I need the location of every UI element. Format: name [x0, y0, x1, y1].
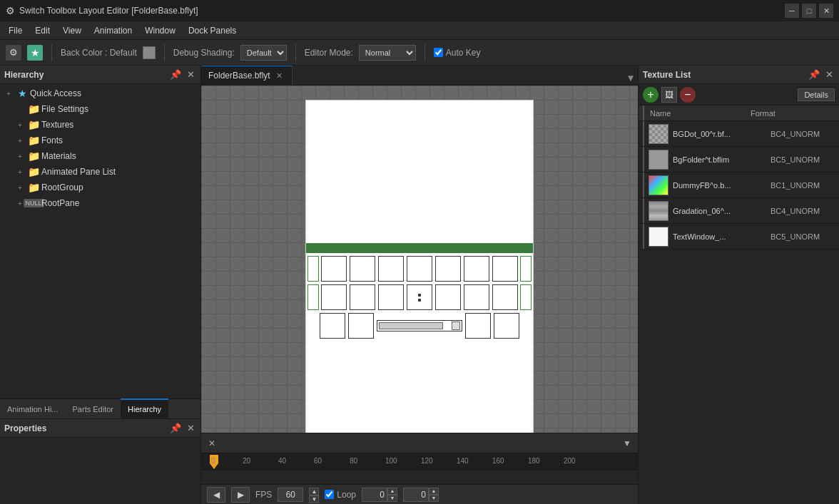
tree-item-textures[interactable]: + 📁 Textures [0, 117, 200, 133]
timeline-dropdown-button[interactable]: ▼ [621, 437, 634, 450]
ui-box-1-2 [350, 256, 375, 282]
end-input-wrap: ▲ ▼ [403, 488, 439, 502]
hierarchy-pin-button[interactable]: 📌 [168, 69, 183, 80]
ruler-mark-40: 40 [278, 457, 286, 465]
hierarchy-header: Hierarchy 📌 ✕ [0, 66, 200, 84]
timeline-close-button[interactable]: ✕ [205, 437, 218, 450]
textures-expander[interactable]: + [14, 119, 26, 130]
file-tab-folderbase[interactable]: FolderBase.bflyt ✕ [201, 66, 293, 85]
ruler-mark-60: 60 [314, 457, 322, 465]
texture-delete-button[interactable]: − [680, 87, 696, 103]
timeline-track[interactable] [201, 470, 638, 484]
properties-pin-button[interactable]: 📌 [168, 423, 183, 433]
menubar: File Edit View Animation Window Dock Pan… [0, 21, 839, 40]
texture-list-close-button[interactable]: ✕ [824, 69, 835, 80]
folder-icon-animated-pane: 📁 [27, 165, 40, 178]
quick-access-expander[interactable]: + [3, 88, 14, 99]
properties-controls: 📌 ✕ [168, 423, 196, 433]
dot-2 [418, 299, 421, 302]
layout-canvas[interactable]: □ [305, 100, 534, 433]
frame-spinner: ▲ ▼ [387, 488, 397, 502]
tab-bar: FolderBase.bflyt ✕ ▼ [201, 66, 638, 86]
tree-item-fonts[interactable]: + 📁 Fonts [0, 133, 200, 148]
texture-row-4[interactable]: TextWindow_... BC5_UNORM [639, 224, 839, 250]
loop-checkbox[interactable] [325, 490, 334, 499]
file-tab-close[interactable]: ✕ [275, 71, 285, 81]
texture-row-1[interactable]: BgFolder^t.bflim BC5_UNORM [639, 147, 839, 173]
side-left-2 [307, 284, 319, 310]
toolbar-icon-star[interactable]: ★ [27, 45, 43, 61]
file-settings-expander[interactable] [14, 103, 26, 115]
loop-wrap: Loop [325, 490, 356, 500]
texture-list-scroll[interactable]: BGDot_00^r.bf... BC4_UNORM BgFolder^t.bf… [639, 121, 839, 504]
tree-item-quick-access[interactable]: + ★ Quick Access [0, 86, 200, 101]
back-color-swatch[interactable] [143, 46, 156, 59]
animated-pane-expander[interactable]: + [14, 166, 26, 178]
tree-item-file-settings[interactable]: 📁 File Settings [0, 101, 200, 117]
close-button[interactable]: ✕ [819, 4, 833, 18]
maximize-button[interactable]: □ [802, 4, 816, 18]
play-fwd-button[interactable]: ▶ [231, 487, 250, 503]
frame-spin-down[interactable]: ▼ [387, 495, 397, 502]
texture-image-button[interactable]: 🖼 [661, 87, 677, 103]
toolbar-icon-1[interactable]: ⚙ [6, 45, 21, 61]
tab-hierarchy[interactable]: Hierarchy [121, 398, 168, 418]
tex-thumb-4 [649, 227, 668, 247]
editor-mode-select[interactable]: Normal [359, 45, 416, 61]
fps-label: FPS [255, 490, 272, 500]
file-tab-label: FolderBase.bflyt [208, 71, 270, 81]
minimize-button[interactable]: ─ [785, 4, 799, 18]
ruler-mark-200: 200 [564, 457, 576, 465]
menu-window[interactable]: Window [139, 24, 181, 38]
end-spin-up[interactable]: ▲ [429, 488, 439, 495]
toolbar: ⚙ ★ Back Color : Default Debug Shading: … [0, 40, 839, 66]
ruler-mark-180: 180 [528, 457, 540, 465]
frame-spin-up[interactable]: ▲ [387, 488, 397, 495]
auto-key-checkbox[interactable] [434, 48, 443, 57]
texture-list-pin-button[interactable]: 📌 [807, 69, 821, 80]
ui-box-3-1 [320, 313, 345, 339]
tree-item-materials[interactable]: + 📁 Materials [0, 148, 200, 164]
menu-animation[interactable]: Animation [88, 24, 138, 38]
texture-details-button[interactable]: Details [798, 88, 835, 101]
divider-row2 [643, 173, 644, 197]
texture-list-title: Texture List [643, 70, 691, 80]
fps-spin-up[interactable]: ▲ [309, 488, 319, 495]
fonts-expander[interactable]: + [14, 135, 26, 146]
texture-row-3[interactable]: Gradation_06^... BC4_UNORM [639, 198, 839, 224]
end-spin-down[interactable]: ▼ [429, 495, 439, 502]
menu-file[interactable]: File [3, 24, 28, 38]
tree-item-rootpane[interactable]: + NULL RootPane [0, 195, 200, 211]
texture-add-button[interactable]: + [643, 87, 659, 103]
debug-shading-select[interactable]: Default [240, 45, 287, 61]
menu-dock-panels[interactable]: Dock Panels [183, 24, 242, 38]
tree-item-animated-pane[interactable]: + 📁 Animated Pane List [0, 164, 200, 180]
tab-animation-hi[interactable]: Animation Hi... [0, 398, 66, 418]
properties-close-button[interactable]: ✕ [185, 423, 196, 433]
play-back-button[interactable]: ◀ [207, 487, 225, 503]
end-input[interactable] [403, 488, 429, 502]
tab-menu-button[interactable]: ▼ [624, 71, 638, 85]
file-settings-label: File Settings [41, 104, 88, 114]
properties-content [0, 438, 200, 504]
timeline-ruler: 0 20 40 60 80 100 120 140 160 180 200 [201, 453, 638, 470]
right-panel: Texture List 📌 ✕ + 🖼 − Details Name Form… [638, 66, 839, 504]
texture-row-2[interactable]: DummyFB^o.b... BC1_UNORM [639, 173, 839, 198]
folder-icon-file-settings: 📁 [27, 103, 40, 115]
canvas-area[interactable]: □ [201, 86, 638, 433]
side-right-1 [520, 256, 532, 282]
tree-item-rootgroup[interactable]: + 📁 RootGroup [0, 180, 200, 195]
fps-input[interactable]: 60 [278, 488, 303, 502]
tab-parts-editor[interactable]: Parts Editor [66, 398, 121, 418]
hierarchy-close-button[interactable]: ✕ [185, 69, 196, 80]
loop-label: Loop [337, 490, 356, 500]
auto-key-label: Auto Key [446, 48, 481, 58]
fps-spin-down[interactable]: ▼ [309, 495, 319, 503]
materials-expander[interactable]: + [14, 150, 26, 162]
menu-view[interactable]: View [57, 24, 87, 38]
frame-input[interactable] [362, 488, 387, 502]
ui-box-1-5 [435, 256, 461, 282]
texture-row-0[interactable]: BGDot_00^r.bf... BC4_UNORM [639, 121, 839, 147]
menu-edit[interactable]: Edit [29, 24, 56, 38]
rootgroup-expander[interactable]: + [14, 182, 26, 193]
